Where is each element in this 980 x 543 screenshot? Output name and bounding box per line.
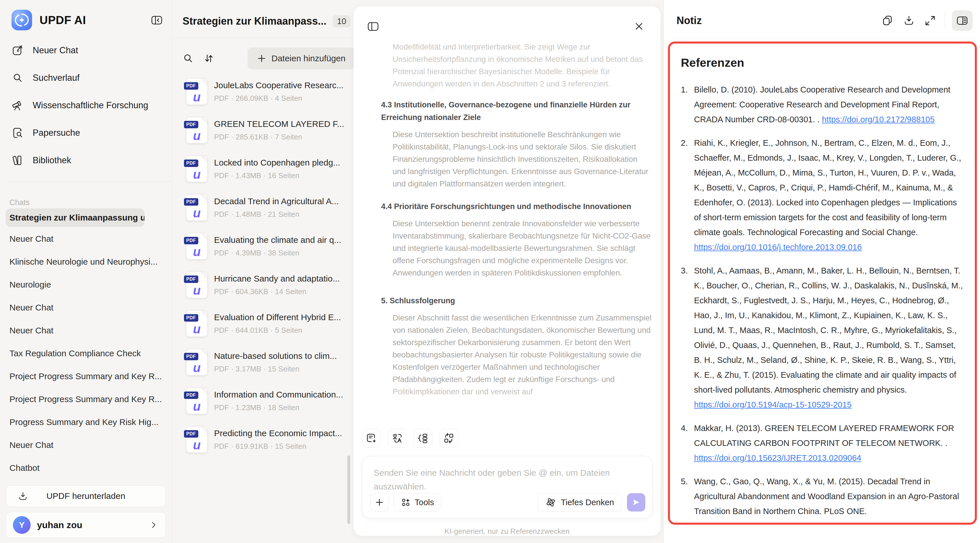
add-files-label: Dateien hinzufügen	[271, 54, 345, 63]
reference-item: 5.Wang, C., Gao, Q., Wang, X., & Yu, M. …	[681, 474, 965, 519]
reference-doi-link[interactable]: https://doi.org/10.15623/IJRET.2013.0209…	[694, 453, 861, 462]
sidebar-item-label: Wissenschaftliche Forschung	[33, 100, 148, 111]
layout-toggle-button[interactable]	[952, 10, 972, 31]
translate-button[interactable]	[388, 429, 407, 448]
file-list-item[interactable]: PDFuLocked into Copenhagen pledg...PDF ·…	[172, 149, 353, 188]
atom-icon	[545, 497, 556, 508]
reference-doi-link[interactable]: https://doi.org/10.1016/j.techfore.2013.…	[694, 243, 862, 252]
chat-list-item[interactable]: Neuer Chat	[0, 433, 172, 457]
chat-list-item[interactable]: Project Progress Summary and Key R...	[0, 365, 172, 388]
composer-toolbar: Tools Tiefes Denken	[370, 493, 645, 512]
updf-logo	[11, 10, 32, 30]
chat-list-item[interactable]: Chatbot	[0, 457, 172, 479]
sidebar-item-suchverlauf[interactable]: Suchverlauf	[0, 64, 172, 92]
attach-button[interactable]	[370, 493, 388, 511]
expand-icon[interactable]	[924, 14, 937, 27]
chat-list-item[interactable]: Strategien zur Klimaanpassung und ...	[6, 208, 145, 227]
reference-text: Riahi, K., Kriegler, E., Johnson, N., Be…	[694, 138, 961, 237]
sidebar-item-papersuche[interactable]: Papersuche	[0, 119, 172, 147]
file-list-item[interactable]: PDFuEvaluating the climate and air q...P…	[172, 227, 353, 265]
file-meta: PDF · 644.01KB · 5 Seiten	[214, 326, 341, 335]
reference-doi-link[interactable]: https://doi.org/10.2172/988105	[822, 115, 934, 124]
pdf-file-icon: PDFu	[186, 427, 207, 452]
layout-icon	[956, 14, 969, 27]
deep-think-button[interactable]: Tiefes Denken	[538, 493, 622, 511]
file-meta: PDF · 1.23MB · 18 Seiten	[214, 403, 343, 412]
mindmap-icon	[417, 432, 429, 444]
translate-icon	[391, 432, 403, 444]
file-sort-icon[interactable]	[203, 52, 215, 65]
compose-icon	[11, 44, 24, 57]
file-list-item[interactable]: PDFuJouleLabs Cooperative Researc...PDF …	[172, 72, 353, 111]
message-input[interactable]: Senden Sie eine Nachricht oder geben Sie…	[374, 466, 632, 494]
files-panel-title: Strategien zur Klimaanpass...	[183, 15, 326, 27]
sidebar-item-wissenschaftliche-forschung[interactable]: Wissenschaftliche Forschung	[0, 92, 172, 119]
document-heading: 4.4 Prioritäre Forschungsrichtungen und …	[381, 200, 652, 213]
file-name: Locked into Copenhagen pledg...	[214, 158, 340, 168]
file-list-scrollbar[interactable]	[347, 456, 350, 524]
chat-list-item[interactable]: Tax Regulation Compliance Check	[0, 342, 172, 365]
copy-icon[interactable]	[881, 14, 894, 27]
file-name: GREEN TELECOM LAYERED F...	[214, 119, 344, 129]
file-list-item[interactable]: PDFuInformation and Communication...PDF …	[172, 381, 353, 420]
file-meta: PDF · 3.17MB · 15 Seiten	[214, 365, 337, 373]
file-list-item[interactable]: PDFuNature-based solutions to clim...PDF…	[172, 343, 353, 381]
file-meta: PDF · 1.48MB · 21 Seiten	[214, 210, 339, 219]
mindmap-button[interactable]	[414, 429, 433, 448]
file-name: JouleLabs Cooperative Researc...	[214, 81, 344, 90]
chat-list-item[interactable]: Neuer Chat	[0, 319, 172, 342]
logo-swirl-icon	[11, 10, 32, 30]
swap-button[interactable]	[439, 429, 458, 448]
download-icon[interactable]	[902, 14, 916, 27]
document-tool-row	[362, 429, 458, 448]
notes-title: Notiz	[676, 14, 873, 27]
file-list-item[interactable]: PDFuEvaluation of Different Hybrid E...P…	[172, 304, 353, 343]
send-button[interactable]	[627, 493, 645, 511]
send-icon	[631, 497, 641, 508]
close-icon[interactable]	[633, 21, 645, 32]
references-heading: Referenzen	[681, 56, 965, 70]
user-account-row[interactable]: Y yuhan zou	[6, 512, 166, 538]
file-list-item[interactable]: PDFuHurricane Sandy and adaptatio...PDF …	[172, 265, 353, 304]
reference-number: 1.	[681, 82, 688, 97]
download-updf-button[interactable]: UPDF herunterladen	[6, 485, 166, 507]
file-list-item[interactable]: PDFuPredicting the Economic Impact...PDF…	[172, 420, 353, 459]
sidebar-item-label: Neuer Chat	[33, 45, 78, 56]
chat-list-item[interactable]: Klinische Neurologie und Neurophysi...	[0, 250, 172, 273]
summary-button[interactable]	[362, 429, 381, 448]
reference-text: Stohl, A., Aamaas, B., Amann, M., Baker,…	[694, 266, 963, 394]
pdf-file-icon: PDFu	[186, 195, 207, 221]
reference-doi-link[interactable]: https://doi.org/10.5194/acp-15-10529-201…	[694, 400, 852, 409]
updf-ai-app: UPDF AI Neuer ChatSuchverlaufWissenschaf…	[0, 0, 980, 543]
notes-header: Notiz	[676, 11, 972, 30]
reference-item: 4.Makkar, H. (2013). GREEN TELECOM LAYER…	[681, 421, 965, 465]
file-name: Evaluation of Different Hybrid E...	[214, 313, 341, 322]
chat-list-item[interactable]: Neurologie	[0, 273, 172, 296]
chat-list: Strategien zur Klimaanpassung und ...Neu…	[0, 208, 172, 482]
document-paragraph: Dieser Abschnitt fasst die wesentlichen …	[393, 311, 652, 398]
sidebar-collapse-icon[interactable]	[150, 14, 163, 26]
file-name: Evaluating the climate and air q...	[214, 235, 341, 245]
add-files-button[interactable]: Dateien hinzufügen	[248, 48, 355, 69]
chat-list-item[interactable]: Neuer Chat	[0, 227, 172, 250]
file-search-icon[interactable]	[182, 52, 194, 65]
references-highlight-box: Referenzen 1.Bilello, D. (2010). JouleLa…	[668, 41, 977, 525]
message-composer: Senden Sie eine Nachricht oder geben Sie…	[362, 456, 652, 518]
reference-number: 4.	[681, 421, 688, 436]
file-meta: PDF · 1.43MB · 16 Seiten	[214, 171, 340, 180]
file-list-item[interactable]: PDFuGREEN TELECOM LAYERED F...PDF · 285.…	[172, 111, 353, 149]
chat-list-item[interactable]: Progress Summary and Key Risk Hig...	[0, 411, 172, 433]
file-list-item[interactable]: PDFuDecadal Trend in Agricultural A...PD…	[172, 188, 353, 227]
pdf-file-icon: PDFu	[186, 79, 207, 105]
chat-list-item[interactable]: Project Progress Summary and Key R...	[0, 388, 172, 411]
document-content[interactable]: Modellfidelität und Interpretierbarkeit.…	[381, 41, 652, 398]
reference-text: Makkar, H. (2013). GREEN TELECOM LAYERED…	[694, 424, 954, 448]
chat-list-item[interactable]: Neuer Chat	[0, 296, 172, 319]
sidebar-item-neuer-chat[interactable]: Neuer Chat	[0, 37, 172, 64]
sidebar-item-bibliothek[interactable]: Bibliothek	[0, 147, 172, 174]
files-toolbar: Dateien hinzufügen	[182, 48, 353, 69]
document-paragraph: Diese Untersektion benennt zentrale Inno…	[393, 218, 652, 279]
deep-think-label: Tiefes Denken	[561, 498, 614, 507]
tools-button[interactable]: Tools	[394, 493, 441, 511]
viewer-panel-icon[interactable]	[367, 20, 379, 33]
